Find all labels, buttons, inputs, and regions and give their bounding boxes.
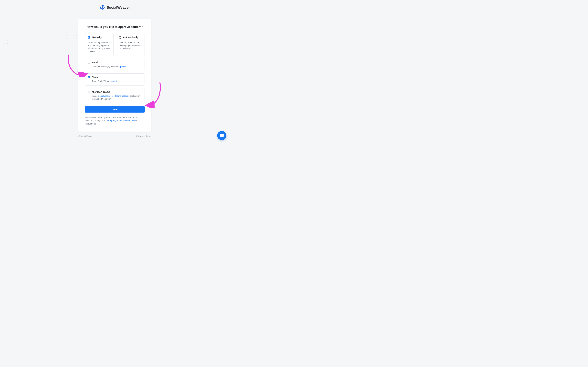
msteams-label: Microsoft Teams — [92, 91, 110, 93]
slack-update-link[interactable]: update — [111, 80, 118, 83]
approval-mode-options: Manually I want to stay in control and m… — [85, 33, 145, 56]
option-manually-desc: I want to stay in control and manually a… — [88, 41, 111, 53]
svg-rect-87 — [101, 6, 103, 8]
svg-rect-84 — [103, 5, 104, 7]
svg-point-68 — [152, 121, 152, 122]
svg-point-0 — [1, 11, 1, 11]
svg-point-15 — [1, 40, 1, 41]
svg-point-32 — [70, 32, 70, 33]
svg-point-2 — [7, 11, 8, 11]
footnote-link[interactable]: third party application data use — [107, 119, 136, 122]
option-automatically[interactable]: Automatically I want to preauthorize my … — [116, 33, 145, 56]
svg-point-73 — [152, 125, 152, 125]
msteams-install-link[interactable]: SocialWeaver for Teams account — [98, 95, 129, 97]
page-footer: © SocialWeaver Privacy · Terms — [78, 135, 151, 137]
brand-logo-icon — [100, 5, 105, 10]
msteams-checkbox — [88, 91, 90, 93]
svg-point-22 — [11, 43, 11, 44]
slack-team-prefix: Team — [92, 80, 98, 83]
svg-rect-80 — [102, 8, 103, 10]
svg-point-26 — [11, 47, 11, 47]
svg-point-38 — [76, 35, 77, 36]
svg-point-59 — [152, 118, 152, 118]
svg-point-25 — [7, 47, 8, 47]
email-subtext: dilettante.social@gmail.com update — [88, 65, 142, 68]
slack-checkbox[interactable] — [88, 76, 90, 78]
svg-point-27 — [66, 29, 67, 29]
svg-point-5 — [17, 11, 18, 11]
svg-point-34 — [76, 32, 77, 33]
svg-point-24 — [4, 47, 5, 47]
save-button[interactable]: Save — [85, 106, 145, 113]
card-title: How would you like to approve content? — [85, 25, 145, 29]
svg-rect-82 — [103, 7, 105, 8]
channel-slack: Slack Team SocialWeaver update — [85, 73, 145, 85]
option-manually-label: Manually — [92, 36, 102, 39]
channel-msteams: Microsoft Teams Install SocialWeaver for… — [85, 88, 145, 103]
svg-point-18 — [11, 40, 11, 41]
svg-point-9 — [4, 14, 5, 14]
channel-email: Email dilettante.social@gmail.com update — [85, 59, 145, 71]
email-update-link[interactable]: update — [119, 65, 126, 68]
app-header: SocialWeaver — [0, 0, 230, 10]
svg-point-41 — [73, 39, 73, 39]
msteams-desc-prefix: Install — [92, 95, 98, 97]
msteams-subtext: Install SocialWeaver for Teams account a… — [88, 94, 142, 100]
copyright: © SocialWeaver — [78, 135, 93, 137]
slack-team-name: SocialWeaver — [98, 80, 111, 83]
svg-point-31 — [66, 32, 67, 33]
email-label: Email — [92, 61, 98, 64]
svg-point-11 — [1, 37, 1, 37]
svg-rect-81 — [100, 7, 101, 8]
radio-icon — [119, 36, 121, 39]
svg-point-17 — [7, 40, 8, 41]
svg-point-12 — [4, 37, 5, 37]
radio-icon — [88, 36, 90, 39]
svg-rect-83 — [100, 5, 102, 7]
svg-point-37 — [73, 35, 73, 36]
svg-rect-85 — [100, 8, 102, 9]
privacy-link[interactable]: Privacy — [136, 135, 143, 137]
footer-separator: · — [144, 135, 145, 137]
svg-point-16 — [4, 40, 5, 41]
svg-point-39 — [66, 39, 67, 39]
decorative-dots — [0, 10, 30, 52]
svg-rect-86 — [103, 8, 104, 9]
svg-point-6 — [20, 11, 21, 11]
svg-point-19 — [1, 43, 1, 44]
svg-point-30 — [76, 29, 77, 29]
svg-point-28 — [70, 29, 70, 29]
svg-rect-79 — [102, 5, 103, 6]
intercom-chat-button[interactable] — [217, 131, 226, 140]
slack-subtext: Team SocialWeaver update — [88, 80, 142, 83]
svg-point-3 — [11, 11, 11, 11]
svg-point-29 — [73, 29, 73, 29]
svg-point-23 — [1, 47, 1, 47]
slack-label: Slack — [92, 76, 98, 78]
svg-point-35 — [66, 35, 67, 36]
svg-point-4 — [14, 11, 14, 11]
email-address: dilettante.social@gmail.com — [92, 65, 119, 68]
svg-point-1 — [4, 11, 5, 11]
svg-point-33 — [73, 32, 73, 33]
option-manually[interactable]: Manually I want to stay in control and m… — [85, 33, 113, 56]
svg-point-42 — [76, 39, 77, 39]
option-automatically-label: Automatically — [123, 36, 138, 39]
option-automatically-desc: I want to preauthorize my employer to in… — [119, 41, 142, 50]
svg-point-8 — [1, 14, 1, 14]
brand-name: SocialWeaver — [107, 5, 130, 10]
approval-settings-card: How would you like to approve content? M… — [78, 19, 151, 132]
svg-point-14 — [11, 37, 11, 37]
svg-point-21 — [7, 43, 8, 44]
svg-point-7 — [24, 11, 24, 11]
svg-point-20 — [4, 43, 5, 44]
disconnect-footnote: You can disconnect your account at any t… — [85, 116, 145, 125]
svg-point-13 — [7, 37, 8, 37]
email-checkbox[interactable] — [88, 61, 90, 64]
svg-point-36 — [70, 35, 70, 36]
svg-point-78 — [152, 128, 152, 128]
chat-icon — [219, 133, 224, 138]
svg-point-40 — [70, 39, 70, 39]
terms-link[interactable]: Terms — [146, 135, 151, 137]
svg-point-10 — [7, 14, 8, 14]
